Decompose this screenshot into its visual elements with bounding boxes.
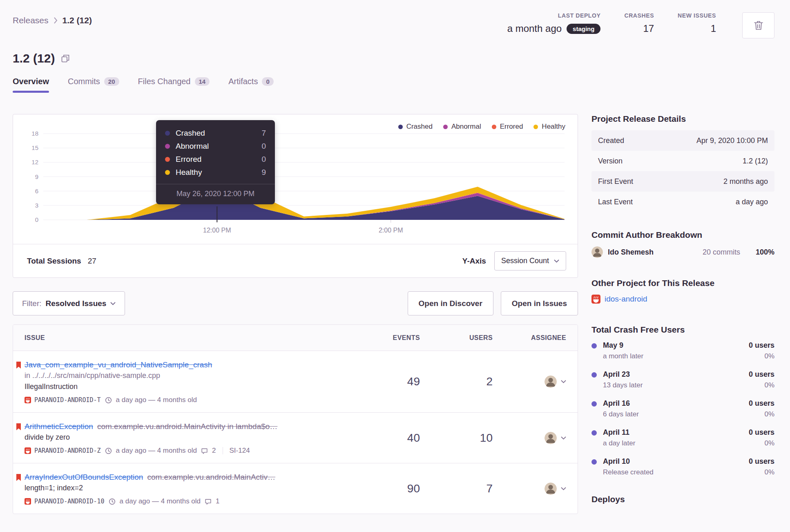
legend-errored-label: Errored <box>500 123 523 131</box>
tab-artifacts-label: Artifacts <box>228 77 258 86</box>
tab-commits-label: Commits <box>68 77 100 86</box>
legend-item-abnormal[interactable]: Abnormal <box>443 123 481 131</box>
release-details-table: Created Apr 9, 2020 10:00 PM Version 1.2… <box>591 130 774 212</box>
top-bar: Releases 1.2 (12) LAST DEPLOY a month ag… <box>13 12 774 41</box>
list-item: April 2313 days later 0 users0% <box>591 370 774 389</box>
table-row: ArrayIndexOutOfBoundsExceptioncom.exampl… <box>13 463 578 514</box>
issue-message: divide by zero <box>25 432 359 443</box>
timeline-users: 0 users <box>749 457 774 465</box>
tab-artifacts-count: 0 <box>262 77 273 86</box>
issue-events-count: 40 <box>359 431 420 445</box>
open-in-issues-button[interactable]: Open in Issues <box>501 291 578 315</box>
sidebar: Project Release Details Created Apr 9, 2… <box>591 114 774 511</box>
tooltip-row-healthy: Healthy 9 <box>156 166 275 179</box>
unresolved-marker-icon <box>16 362 21 369</box>
chevron-right-icon <box>54 17 58 24</box>
chevron-down-icon <box>554 259 559 263</box>
detail-value: 1.2 (12) <box>743 157 768 165</box>
timeline-users: 0 users <box>749 428 774 436</box>
timeline-users: 0 users <box>749 341 774 349</box>
tab-overview-label: Overview <box>13 77 49 86</box>
header-events: EVENTS <box>359 334 420 342</box>
chevron-down-icon <box>561 380 566 383</box>
chart-footer: Total Sessions 27 Y-Axis Session Count <box>13 244 578 277</box>
timeline-date: April 23 <box>603 370 630 378</box>
tooltip-abnormal-value: 0 <box>261 142 266 151</box>
issue-message: IllegalInstruction <box>25 381 359 392</box>
chart-legend: Crashed Abnormal Errored Healthy <box>398 123 565 131</box>
project-badge[interactable]: PARANOID-ANDROID-T <box>25 396 101 404</box>
table-row: ArithmeticExceptioncom.example.vu.androi… <box>13 413 578 463</box>
breadcrumb: Releases 1.2 (12) <box>13 12 92 25</box>
legend-item-crashed[interactable]: Crashed <box>398 123 433 131</box>
timeline-date: April 11 <box>603 428 629 436</box>
issue-events-count: 90 <box>359 482 420 495</box>
chevron-down-icon <box>561 487 566 490</box>
tooltip-row-abnormal: Abnormal 0 <box>156 140 275 153</box>
breadcrumb-releases-link[interactable]: Releases <box>13 16 49 25</box>
y-axis-select[interactable]: Session Count <box>494 251 566 270</box>
assignee-dropdown[interactable] <box>493 483 566 495</box>
legend-item-errored[interactable]: Errored <box>492 123 523 131</box>
assignee-dropdown[interactable] <box>493 432 566 444</box>
assignee-dropdown[interactable] <box>493 376 566 388</box>
crash-free-timeline: May 9a month later 0 users0% April 2313 … <box>591 341 774 476</box>
issue-culprit: com.example.vu.android.MainActivity in l… <box>97 422 277 431</box>
tab-commits[interactable]: Commits 20 <box>68 77 119 93</box>
main-column: 036912151812:00 PM2:00 PM Crashed Abnorm… <box>13 114 578 514</box>
svg-text:15: 15 <box>31 144 38 151</box>
issue-age: a day ago — 4 months old <box>116 447 197 455</box>
timeline-percent: 0% <box>749 439 774 447</box>
project-badge[interactable]: PARANOID-ANDROID-Z <box>25 447 101 454</box>
tab-files-changed[interactable]: Files Changed 14 <box>138 77 210 93</box>
issue-annotation-link[interactable]: SI-124 <box>230 447 250 455</box>
other-project-link[interactable]: idos-android <box>605 295 647 304</box>
tab-overview[interactable]: Overview <box>13 77 49 93</box>
sessions-area-chart[interactable]: 036912151812:00 PM2:00 PM <box>13 114 578 244</box>
copy-version-button[interactable] <box>60 54 70 63</box>
open-in-discover-button[interactable]: Open in Discover <box>408 291 493 315</box>
tooltip-crashed-value: 7 <box>261 129 266 138</box>
timeline-sub: a month later <box>603 352 643 360</box>
tab-commits-count: 20 <box>104 77 119 86</box>
legend-abnormal-label: Abnormal <box>451 123 481 131</box>
divider <box>223 447 223 454</box>
issues-toolbar: Filter: Resolved Issues Open in Discover… <box>13 291 578 315</box>
comments-count: 1 <box>216 497 219 505</box>
author-avatar <box>591 246 603 258</box>
project-badge[interactable]: PARANOID-ANDROID-10 <box>25 498 105 505</box>
tab-artifacts[interactable]: Artifacts 0 <box>228 77 274 93</box>
issue-events-count: 49 <box>359 375 420 388</box>
tab-files-changed-label: Files Changed <box>138 77 191 86</box>
crashes-label: CRASHES <box>624 12 654 19</box>
release-details-heading: Project Release Details <box>591 114 774 124</box>
delete-release-button[interactable] <box>742 12 774 38</box>
header-users: USERS <box>420 334 493 342</box>
detail-row: Last Event a day ago <box>591 192 774 212</box>
clock-icon <box>105 397 112 404</box>
timeline-dot-icon <box>591 430 597 436</box>
timeline-dot-icon <box>591 401 597 407</box>
sessions-chart-card: 036912151812:00 PM2:00 PM Crashed Abnorm… <box>13 114 578 278</box>
issue-title-link[interactable]: ArrayIndexOutOfBoundsException <box>25 473 143 481</box>
last-deploy-label: LAST DEPLOY <box>507 12 601 19</box>
commit-author-row: Ido Shemesh 20 commits 100% <box>591 246 774 258</box>
issues-filter-dropdown[interactable]: Filter: Resolved Issues <box>13 291 125 315</box>
release-tabs: Overview Commits 20 Files Changed 14 Art… <box>13 77 774 93</box>
author-commit-count: 20 commits <box>703 248 740 257</box>
timeline-dot-icon <box>591 343 597 349</box>
issue-title-link[interactable]: ArithmeticException <box>25 422 93 431</box>
svg-text:6: 6 <box>35 188 38 194</box>
issue-title-link[interactable]: Java_com_example_vu_android_NativeSample… <box>25 360 212 369</box>
tab-files-changed-count: 14 <box>195 77 210 86</box>
y-axis-selected-value: Session Count <box>501 257 549 265</box>
legend-item-healthy[interactable]: Healthy <box>533 123 565 131</box>
tooltip-row-errored: Errored 0 <box>156 153 275 166</box>
issues-table: ISSUE EVENTS USERS ASSIGNEE Java_com_exa… <box>13 324 578 514</box>
errored-dot-icon <box>492 125 496 129</box>
issue-culprit: com.example.vu.android.MainActiv… <box>147 473 275 481</box>
timeline-percent: 0% <box>749 381 774 389</box>
timeline-users: 0 users <box>749 399 774 407</box>
assignee-avatar <box>545 483 557 495</box>
chart-tooltip: Crashed 7 Abnormal 0 Errored 0 <box>156 120 275 204</box>
